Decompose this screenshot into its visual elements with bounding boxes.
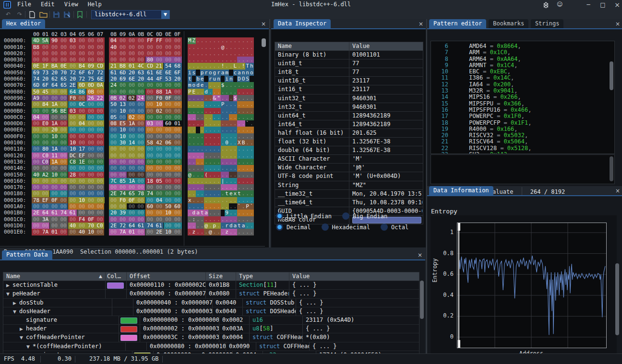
hex-byte[interactable]: 10	[68, 146, 77, 152]
ascii-char[interactable]: .	[225, 203, 229, 210]
ascii-char[interactable]: .	[216, 159, 221, 165]
ascii-char[interactable]: .	[196, 146, 200, 152]
hex-byte[interactable]: 70	[86, 223, 96, 229]
ascii-char[interactable]: .	[213, 159, 217, 165]
ascii-char[interactable]: .	[237, 63, 241, 69]
ascii-char[interactable]: .	[241, 172, 246, 178]
hex-byte[interactable]: 00	[173, 44, 182, 50]
bookmark-icon[interactable]	[77, 11, 83, 18]
ascii-char[interactable]: .	[221, 89, 225, 95]
hex-byte[interactable]: 20	[50, 127, 59, 133]
ascii-char[interactable]: .	[221, 140, 225, 146]
hex-byte[interactable]: 01	[127, 229, 136, 235]
hex-byte[interactable]: 10	[50, 133, 59, 140]
ascii-char[interactable]: .	[213, 127, 217, 133]
hex-byte[interactable]: 00	[118, 216, 127, 223]
ascii-char[interactable]: .	[216, 216, 221, 223]
ascii-char[interactable]: &	[213, 95, 217, 101]
maximize-button[interactable]: □	[596, 0, 610, 9]
hex-byte[interactable]: 00	[173, 229, 182, 235]
inspector-row[interactable]: int8_t77	[275, 68, 423, 77]
hex-byte[interactable]: 00	[173, 133, 182, 140]
ascii-char[interactable]: .	[241, 114, 246, 120]
hex-byte[interactable]: 61	[155, 223, 164, 229]
hex-byte[interactable]: FF	[145, 37, 155, 44]
hex-byte[interactable]: 00	[59, 197, 68, 203]
hex-byte[interactable]: 00	[164, 223, 173, 229]
ascii-char[interactable]: .	[245, 50, 250, 57]
ascii-char[interactable]: .	[216, 210, 221, 216]
ascii-char[interactable]: T	[245, 63, 250, 69]
ascii-char[interactable]: .	[250, 95, 254, 101]
hex-byte[interactable]: 00	[173, 37, 182, 44]
ascii-char[interactable]: r	[216, 70, 221, 76]
hex-byte[interactable]: 00	[86, 165, 96, 171]
hex-byte[interactable]: 00	[127, 50, 136, 57]
ascii-char[interactable]: .	[233, 210, 238, 216]
hex-byte[interactable]: 00	[136, 203, 145, 210]
ascii-char[interactable]: .	[229, 57, 233, 63]
hex-byte[interactable]: 00	[164, 190, 173, 197]
ascii-char[interactable]: .	[213, 101, 217, 107]
hex-byte[interactable]: 00	[86, 197, 96, 203]
hex-byte[interactable]: 00	[136, 172, 145, 178]
ascii-char[interactable]: .	[233, 229, 238, 235]
ascii-char[interactable]: .	[221, 172, 225, 178]
ascii-char[interactable]: .	[208, 210, 213, 216]
ascii-char[interactable]: .	[188, 63, 192, 69]
ascii-char[interactable]: .	[221, 153, 225, 159]
hex-byte[interactable]: 00	[136, 216, 145, 223]
pattern-data-header-offset[interactable]: Offset	[126, 272, 205, 281]
ascii-char[interactable]: .	[200, 63, 204, 69]
ascii-char[interactable]: .	[233, 82, 238, 88]
ascii-char[interactable]: x	[233, 190, 238, 197]
hex-byte[interactable]: 00	[86, 190, 96, 197]
ascii-char[interactable]: .	[250, 120, 254, 127]
ascii-char[interactable]: @	[188, 172, 192, 178]
hex-byte[interactable]: 00	[145, 44, 155, 50]
pattern-editor-scrollbar-thumb[interactable]	[610, 61, 613, 90]
ascii-char[interactable]: .	[241, 184, 246, 190]
ascii-char[interactable]: .	[225, 101, 229, 107]
ascii-char[interactable]: .	[241, 153, 246, 159]
hex-byte[interactable]: 00	[145, 184, 155, 190]
ascii-char[interactable]: .	[192, 120, 196, 127]
hex-byte[interactable]: 61	[109, 70, 118, 76]
hex-byte[interactable]: 00	[50, 203, 59, 210]
hex-byte[interactable]: 00	[86, 44, 96, 50]
ascii-char[interactable]: t	[200, 210, 204, 216]
tab-bookmarks[interactable]: Bookmarks	[489, 19, 528, 28]
hex-byte[interactable]: 00	[136, 120, 145, 127]
pattern-data-header-color[interactable]: Col…	[105, 272, 126, 281]
hex-byte[interactable]: 00	[77, 95, 86, 101]
hex-byte[interactable]: 00	[96, 178, 105, 184]
ascii-char[interactable]: .	[216, 127, 221, 133]
hex-byte[interactable]: 00	[77, 203, 86, 210]
ascii-char[interactable]: .	[204, 229, 208, 235]
ascii-char[interactable]: n	[245, 70, 250, 76]
ascii-char[interactable]: .	[250, 57, 254, 63]
ascii-char[interactable]: .	[233, 165, 238, 171]
ascii-char[interactable]: .	[213, 37, 217, 44]
hex-byte[interactable]: 00	[77, 44, 86, 50]
hex-byte[interactable]: 00	[50, 165, 59, 171]
ascii-char[interactable]: .	[208, 216, 213, 223]
hex-byte[interactable]: 00	[59, 178, 68, 184]
hex-byte[interactable]: 17	[77, 146, 86, 152]
ascii-char[interactable]: .	[229, 197, 233, 203]
ascii-char[interactable]: .	[241, 203, 246, 210]
ascii-char[interactable]: .	[225, 165, 229, 171]
endian-radio-little-endian[interactable]	[276, 212, 283, 220]
ascii-char[interactable]: .	[229, 203, 233, 210]
ascii-char[interactable]: .	[216, 120, 221, 127]
hex-byte[interactable]: 1E	[77, 159, 86, 165]
ascii-char[interactable]: .	[216, 203, 221, 210]
hex-byte[interactable]: 00	[86, 108, 96, 114]
ascii-char[interactable]: .	[216, 229, 221, 235]
ascii-char[interactable]: .	[192, 114, 196, 120]
ascii-char[interactable]: .	[225, 95, 229, 101]
hex-byte[interactable]: 00	[164, 178, 173, 184]
ascii-char[interactable]: .	[233, 184, 238, 190]
pattern-data-close-icon[interactable]: ×	[417, 252, 423, 258]
ascii-char[interactable]: .	[250, 229, 254, 235]
